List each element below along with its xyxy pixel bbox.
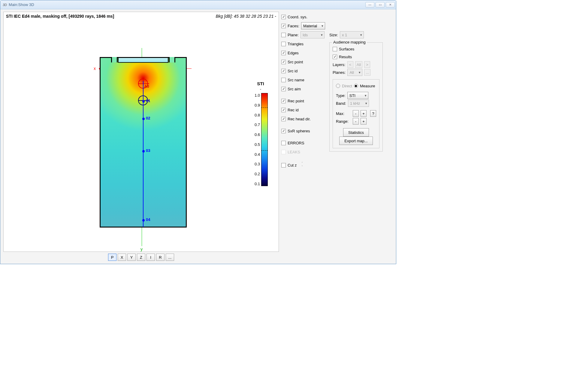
measure-subgroup: Direct Measure Type: STI Band: 1 kHz Max… bbox=[333, 79, 379, 148]
max-minus-button[interactable]: - bbox=[353, 110, 359, 117]
type-select[interactable]: STI bbox=[347, 92, 368, 99]
leaks-checkbox bbox=[281, 150, 286, 154]
view-bkg: Bkg [dB]: 45 38 32 28 25 23 21 - bbox=[216, 14, 276, 19]
range-plus-button[interactable]: + bbox=[361, 118, 367, 125]
size-label: Size: bbox=[329, 33, 338, 37]
sxr-label: SxR spheres bbox=[288, 129, 310, 133]
view-button-x[interactable]: X bbox=[118, 254, 126, 261]
receiver-label-02: 02 bbox=[146, 116, 150, 120]
coord-sys-label: Coord. sys. bbox=[288, 15, 307, 19]
size-value: x 1 bbox=[342, 33, 347, 37]
app-3d-icon: 3D bbox=[3, 3, 7, 7]
plane-select: Ids bbox=[301, 31, 325, 38]
colorbar-tick: 0.4 bbox=[255, 152, 260, 157]
colorbar-labels: 1.0 0.9 0.8 0.7 0.6 0.5 0.4 0.3 0.2 0.1 bbox=[253, 93, 261, 186]
receiver-label-04: 04 bbox=[146, 217, 150, 222]
axis-y-label: y bbox=[140, 247, 143, 252]
type-value: STI bbox=[349, 93, 355, 98]
colorbar-tick: 0.8 bbox=[255, 113, 260, 117]
rec-id-checkbox[interactable] bbox=[281, 108, 286, 112]
view-button-p[interactable]: P bbox=[108, 254, 116, 261]
cutz-checkbox[interactable] bbox=[281, 163, 286, 167]
sxr-checkbox[interactable] bbox=[281, 129, 286, 133]
view-button-more[interactable]: ... bbox=[166, 254, 174, 261]
source-label: A0 bbox=[144, 84, 149, 89]
faces-select[interactable]: Material bbox=[301, 22, 325, 29]
src-point-checkbox[interactable] bbox=[281, 60, 286, 64]
colorbar-tick: 0.6 bbox=[255, 132, 260, 137]
layers-all-button: All bbox=[355, 61, 362, 68]
faces-value: Material bbox=[303, 24, 317, 28]
errors-label: ERRORS bbox=[288, 141, 304, 145]
edges-checkbox[interactable] bbox=[281, 51, 286, 55]
view-button-r[interactable]: R bbox=[156, 254, 165, 261]
faces-label: Faces: bbox=[288, 24, 299, 28]
colorbar: STI - 1.0 0.9 0.8 0.7 0.6 0.5 0.4 0.3 0. bbox=[253, 81, 268, 186]
view-button-z[interactable]: Z bbox=[137, 254, 145, 261]
type-label: Type: bbox=[336, 93, 346, 98]
maximize-button[interactable]: ▭ bbox=[376, 2, 385, 8]
minimize-button[interactable]: — bbox=[365, 2, 374, 8]
src-name-label: Src name bbox=[288, 78, 304, 82]
window-title: Main:Show 3D bbox=[9, 2, 364, 7]
size-select: x 1 bbox=[340, 31, 364, 38]
viewport-3d[interactable]: STI IEC Ed4 male, masking off, [493290 r… bbox=[3, 12, 279, 252]
receiver-point bbox=[142, 219, 145, 222]
mode-direct-label: Direct bbox=[342, 84, 352, 88]
plane-checkbox[interactable] bbox=[281, 33, 286, 37]
content-area: STI IEC Ed4 male, masking off, [493290 r… bbox=[0, 9, 396, 264]
colorbar-tick: 0.1 bbox=[255, 182, 260, 186]
mode-direct-radio[interactable] bbox=[336, 84, 340, 88]
src-aim-checkbox[interactable] bbox=[281, 87, 286, 91]
chevron-down-icon[interactable]: ˅ bbox=[301, 165, 303, 168]
room-notch-right bbox=[169, 57, 175, 62]
src-id-label: Src id bbox=[288, 69, 298, 73]
statistics-button[interactable]: Statistics bbox=[343, 128, 369, 137]
rec-point-checkbox[interactable] bbox=[281, 99, 286, 103]
range-label: Range: bbox=[336, 119, 351, 124]
colorbar-sub: - bbox=[260, 87, 261, 91]
src-aim-label: Src aim bbox=[288, 87, 301, 91]
max-plus-button[interactable]: + bbox=[361, 110, 367, 117]
export-map-button[interactable]: Export map... bbox=[339, 137, 373, 145]
triangles-checkbox[interactable] bbox=[281, 42, 286, 46]
help-button[interactable]: ? bbox=[370, 110, 376, 117]
max-label: Max: bbox=[336, 111, 351, 116]
mode-measure-radio[interactable] bbox=[354, 84, 358, 88]
band-label: Band: bbox=[336, 101, 346, 106]
surfaces-checkbox[interactable] bbox=[333, 47, 337, 51]
receiver-point bbox=[142, 150, 145, 152]
receiver-label-01: 01 bbox=[146, 98, 150, 103]
colorbar-title: STI bbox=[257, 81, 264, 86]
faces-checkbox[interactable] bbox=[281, 24, 286, 28]
planes-label: Planes: bbox=[333, 70, 346, 75]
cutz-stepper[interactable]: ˄ ˅ bbox=[301, 162, 303, 168]
planes-value: All bbox=[349, 70, 354, 75]
colorbar-tick: 0.9 bbox=[255, 103, 260, 107]
errors-checkbox[interactable] bbox=[281, 141, 286, 145]
audience-mapping-group: Audience mapping Surfaces Results Layers… bbox=[329, 42, 383, 152]
src-name-checkbox[interactable] bbox=[281, 78, 286, 82]
range-minus-button[interactable]: - bbox=[353, 118, 359, 125]
view-button-y[interactable]: Y bbox=[127, 254, 136, 261]
chevron-up-icon[interactable]: ˄ bbox=[301, 162, 303, 165]
surfaces-label: Surfaces bbox=[339, 47, 354, 51]
room-notch-left bbox=[111, 57, 118, 62]
src-point-label: Src point bbox=[288, 60, 303, 64]
results-checkbox[interactable] bbox=[333, 55, 337, 59]
view-button-i[interactable]: I bbox=[147, 254, 155, 261]
rec-head-checkbox[interactable] bbox=[281, 117, 286, 121]
main-window: 3D Main:Show 3D — ▭ ✕ STI IEC Ed4 male, … bbox=[0, 0, 396, 264]
src-id-checkbox[interactable] bbox=[281, 69, 286, 73]
receiver-point bbox=[142, 100, 145, 103]
rec-point-label: Rec point bbox=[288, 99, 304, 103]
mode-measure-label: Measure bbox=[360, 84, 375, 88]
view-toolbar: P X Y Z I R ... bbox=[3, 254, 279, 261]
close-button[interactable]: ✕ bbox=[386, 2, 395, 8]
rec-head-label: Rec head dir. bbox=[288, 117, 311, 121]
coord-sys-checkbox[interactable] bbox=[281, 15, 286, 19]
layers-label: Layers: bbox=[333, 62, 346, 67]
titlebar: 3D Main:Show 3D — ▭ ✕ bbox=[0, 0, 396, 9]
audience-mapping-legend: Audience mapping bbox=[332, 40, 367, 44]
receiver-line: 01 02 03 04 bbox=[143, 81, 143, 227]
